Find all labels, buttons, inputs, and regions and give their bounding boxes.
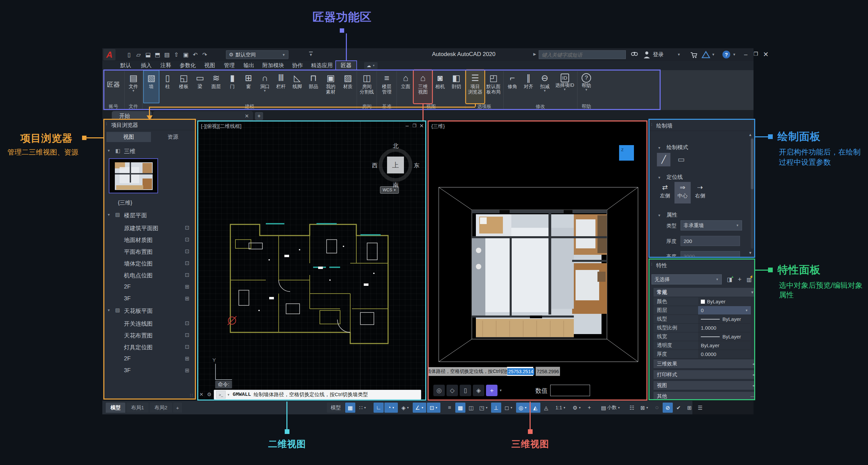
tree-item[interactable]: 原建筑平面图⊡ bbox=[104, 224, 195, 232]
caret-down-icon[interactable]: ▾ bbox=[658, 145, 660, 150]
ribbon-button-栏杆[interactable]: Ⅲ栏杆 bbox=[273, 70, 289, 103]
caret-down-icon[interactable]: ▾ bbox=[108, 212, 110, 217]
ribbon-button-材质[interactable]: ▨材质 bbox=[340, 70, 356, 103]
edit-view-icon[interactable]: ⊡ bbox=[185, 344, 189, 350]
ribbon-button-扣减[interactable]: ⊖扣减▼ bbox=[537, 70, 553, 103]
status-ortho-button[interactable]: ∟ bbox=[374, 403, 384, 413]
caret-down-icon[interactable]: ▾ bbox=[108, 148, 110, 153]
z-axis-chip[interactable]: z bbox=[619, 145, 634, 161]
command-wrench-icon[interactable]: ⚙ bbox=[207, 391, 211, 398]
tree-node-3d[interactable]: ▾ ◧ 三维 bbox=[104, 147, 195, 156]
status-quick-properties-button[interactable]: ☷ bbox=[627, 403, 637, 413]
autodesk-logo-icon[interactable] bbox=[701, 51, 710, 60]
ribbon-button-洞口[interactable]: ∩洞口▼ bbox=[257, 70, 273, 103]
caret-down-icon[interactable]: ▾ bbox=[108, 308, 110, 312]
ribbon-button-项目浏览器[interactable]: ☰项目浏览器 bbox=[466, 70, 484, 103]
property-value[interactable]: 0.0000 bbox=[698, 350, 751, 359]
ribbon-button-相机[interactable]: ◙相机 bbox=[432, 70, 448, 103]
ribbon-button-墙[interactable]: ▧墙 bbox=[143, 70, 159, 103]
chevron-down-icon[interactable]: ▼ bbox=[499, 389, 502, 392]
menu-tab-管理[interactable]: 管理 bbox=[220, 61, 239, 70]
ribbon-button-默认面板布局[interactable]: ◰默认面板布局 bbox=[484, 70, 503, 103]
locate-option-中心[interactable]: ⇒中心 bbox=[674, 182, 691, 203]
ribbon-button-剖切[interactable]: ◧剖切 bbox=[448, 70, 464, 103]
property-section-打印样式[interactable]: 打印样式◂ bbox=[654, 370, 755, 379]
thumbnail-caption[interactable]: {三维} bbox=[118, 199, 152, 207]
panel-grip-icon[interactable]: ⁞ bbox=[651, 262, 652, 266]
compass-north[interactable]: 北 bbox=[393, 142, 399, 150]
status-annotation-visibility-button[interactable]: ◭ bbox=[530, 403, 540, 413]
save-icon[interactable]: ⬓ bbox=[144, 50, 152, 59]
layout-tab-布局1[interactable]: 布局1 bbox=[126, 403, 149, 413]
crosshair-mode-button[interactable]: ＋ bbox=[486, 385, 497, 396]
menu-tab-参数化[interactable]: 参数化 bbox=[176, 61, 200, 70]
search-expand-icon[interactable]: ▶ bbox=[533, 52, 536, 56]
status-lineweight-button[interactable]: ≡ bbox=[444, 403, 455, 413]
quick-select-button[interactable]: ▥ ⚡ bbox=[745, 275, 754, 284]
close-icon[interactable]: ✕ bbox=[763, 50, 769, 58]
status-snap-mode-button[interactable]: ∷▼ bbox=[356, 403, 369, 413]
menu-tab-注释[interactable]: 注释 bbox=[156, 61, 176, 70]
status-3d-object-snap-button[interactable]: ◳▼ bbox=[477, 403, 490, 413]
print-icon[interactable]: ▣ bbox=[181, 50, 190, 59]
status-dynamic-ucs-button[interactable]: ⊥ bbox=[491, 403, 501, 413]
add-view-icon[interactable]: ⊞ bbox=[185, 367, 189, 374]
tree-item[interactable]: 灯具定位图⊡ bbox=[104, 343, 195, 352]
ribbon-button-梁[interactable]: ▭梁 bbox=[192, 70, 208, 103]
ribbon-button-楼层管理[interactable]: ≡楼层管理 bbox=[378, 70, 396, 103]
status-isometric-drafting-button[interactable]: ◈▼ bbox=[399, 403, 412, 413]
transfer-icon[interactable]: ⇧ bbox=[172, 50, 181, 59]
tree-item[interactable]: 平面布置图⊡ bbox=[104, 247, 195, 256]
menu-tab-视图[interactable]: 视图 bbox=[200, 61, 220, 70]
status-polar-tracking-button[interactable]: ◔▼ bbox=[384, 403, 398, 413]
property-section-三维效果[interactable]: 三维效果◂ bbox=[654, 359, 755, 368]
help-chevron-icon[interactable]: ▼ bbox=[733, 53, 736, 56]
command-close-icon[interactable]: ✕ bbox=[199, 391, 204, 398]
section-attributes[interactable]: ▾ 属性 bbox=[658, 212, 677, 219]
layout-tab-布局2[interactable]: 布局2 bbox=[150, 403, 172, 413]
close-icon[interactable]: ✕ bbox=[245, 113, 249, 119]
compass-east[interactable]: 东 bbox=[414, 162, 419, 169]
search-icon[interactable] bbox=[630, 50, 639, 60]
scrollbar-thumb[interactable] bbox=[751, 139, 754, 189]
status-graphics-performance-button[interactable]: ⊘ bbox=[663, 403, 673, 413]
property-row-线型[interactable]: 线型ByLayer bbox=[654, 315, 751, 324]
autocad-logo[interactable]: A bbox=[103, 49, 116, 60]
viewport-3d[interactable]: {三维} bbox=[428, 120, 647, 401]
locate-option-右侧[interactable]: ⇢右侧 bbox=[692, 182, 708, 203]
tree-folder-天花板平面[interactable]: ▾▨天花板平面 bbox=[104, 306, 195, 315]
undo-icon[interactable]: ↶ bbox=[191, 50, 200, 59]
status-transparency-button[interactable]: ▩ bbox=[455, 403, 465, 413]
status-selection-filter-button[interactable]: ◻▼ bbox=[502, 403, 515, 413]
status-hardware-accel-button[interactable]: ✔ bbox=[673, 403, 684, 413]
caret-down-icon[interactable]: ▾ bbox=[658, 175, 660, 180]
panel-resize-grip[interactable]: ⁞⁞ bbox=[190, 393, 194, 398]
property-row-线宽[interactable]: 线宽ByLayer bbox=[654, 332, 751, 341]
collapse-dash-icon[interactable]: — bbox=[750, 394, 754, 398]
help-icon[interactable]: ? bbox=[722, 51, 730, 58]
wcs-dropdown[interactable]: WCS ▼ bbox=[380, 186, 399, 194]
wall-type-dropdown[interactable]: 非承重墙 ▼ bbox=[681, 220, 742, 230]
property-value[interactable]: 1.0000 bbox=[698, 324, 751, 332]
property-row-厚度[interactable]: 厚度0.0000 bbox=[654, 350, 751, 359]
edit-view-icon[interactable]: ⊡ bbox=[185, 260, 189, 266]
ribbon-button-楼板[interactable]: ◱楼板 bbox=[176, 70, 192, 103]
tree-item[interactable]: 3F⊞ bbox=[104, 366, 195, 375]
property-section-视图[interactable]: 视图◂ bbox=[654, 381, 755, 390]
status-gizmo-button[interactable]: ◎▼ bbox=[516, 403, 530, 413]
view-cube-toggle-button[interactable]: ◈ bbox=[473, 385, 484, 396]
wall-camera-button[interactable]: ▯ bbox=[460, 385, 471, 396]
view-cube[interactable]: 北 南 西 东 上 bbox=[374, 143, 418, 187]
locate-option-左侧[interactable]: ⇄左侧 bbox=[657, 182, 673, 203]
ribbon-button-对齐[interactable]: ∥对齐 bbox=[520, 70, 537, 103]
qat-overflow-button[interactable]: ▼ bbox=[309, 52, 313, 57]
workspace-switcher[interactable]: ⚙ 默认空间 ▼ bbox=[226, 50, 288, 59]
orbit-button[interactable]: ◎ bbox=[433, 385, 445, 396]
caret-left-icon[interactable]: ◂ bbox=[752, 362, 754, 366]
scroll-down-icon[interactable]: ▼ bbox=[748, 251, 752, 255]
layout-tab-模型[interactable]: 模型 bbox=[106, 403, 125, 413]
wall-thickness-input[interactable]: 200 bbox=[681, 236, 740, 246]
property-value[interactable]: ByLayer bbox=[698, 332, 751, 341]
command-prompt-icon[interactable]: >_ bbox=[216, 391, 226, 399]
tree-item[interactable]: 墙体定位图⊡ bbox=[104, 259, 195, 268]
